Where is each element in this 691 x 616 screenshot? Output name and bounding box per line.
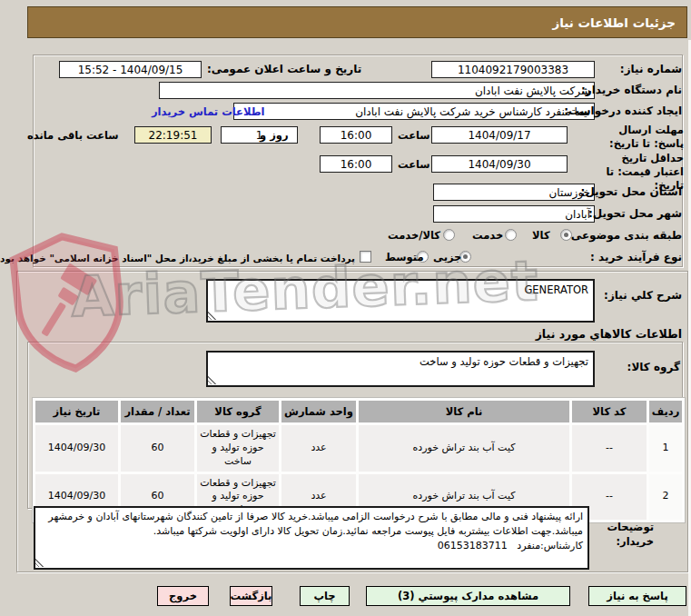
buyer-notes-textarea[interactable]: ارائه پیشنهاد فنی و مالی مطابق با شرح در… [34, 506, 589, 570]
request-creator-label: ایجاد کننده درخواست: [564, 104, 682, 117]
price-validity-date-field[interactable]: 1404/09/30 [431, 155, 568, 173]
print-button[interactable]: چاپ [300, 586, 350, 606]
delivery-province-field[interactable]: خوزستان [433, 184, 595, 201]
buyer-org-field[interactable]: شرکت پالایش نفت ابادان [159, 82, 595, 99]
treasury-checkbox[interactable] [360, 251, 371, 263]
countdown-timer-field: 22:19:51 [134, 126, 212, 144]
col-row: ردیف [649, 401, 682, 422]
cell-row: 1 [649, 425, 682, 472]
col-qty: تعداد / مقدار [121, 401, 194, 422]
goods-section-title: اطلاعات کالاهاي مورد نیاز [536, 327, 682, 341]
need-description-label: شرح کلي نیاز: [604, 289, 682, 302]
radio-goods-service[interactable] [443, 229, 455, 241]
buyer-contact-link[interactable]: اطلاعات تماس خریدار [152, 105, 264, 118]
cell-row: 2 [649, 474, 682, 521]
exit-button[interactable]: خروج [157, 586, 209, 606]
delivery-province-label: استان محل تحویل: [581, 185, 682, 198]
back-button[interactable]: بازگشت [230, 586, 272, 606]
radio-goods[interactable] [560, 229, 572, 241]
radio-service[interactable] [505, 229, 517, 241]
col-group: گروه کالا [197, 401, 279, 422]
table-row: 1 -- کیت آب بند تراش خورده عدد تجهیزات و… [35, 425, 682, 472]
price-validity-hour-label: ساعت [398, 158, 430, 171]
goods-table-header: ردیف کد کالا نام کالا واحد شمارش گروه کا… [35, 401, 682, 422]
announce-datetime-field[interactable]: 1404/09/15 - 15:52 [59, 61, 202, 78]
radio-medium-label: متوسط [385, 251, 424, 263]
need-description-textarea[interactable]: GENERATOR [206, 279, 595, 323]
radio-goods-label: کالا [532, 229, 550, 242]
col-code: کد کالا [572, 401, 647, 422]
reply-deadline-label: مهلت ارسال پاسخ: تا تاریخ: [593, 124, 684, 151]
request-creator-field[interactable]: نیما منفرد کارشناس خرید شرکت پالایش نفت … [233, 103, 595, 120]
need-number-label: شماره نیاز: [620, 63, 682, 75]
cell-need-date: 1404/09/30 [35, 425, 118, 472]
page-title: جزئیات اطلاعات نیاز [27, 6, 687, 38]
col-name: نام کالا [359, 401, 569, 422]
hours-remaining-label: ساعت باقی مانده [27, 129, 119, 142]
cell-code: -- [572, 425, 647, 472]
need-number-field[interactable]: 1104092179003383 [431, 61, 595, 78]
announce-datetime-label: تاریخ و ساعت اعلان عمومی: [207, 63, 361, 75]
purchase-process-label: نوع فرآیند خرید : [590, 251, 682, 263]
delivery-city-label: شهر محل تحویل: [588, 207, 682, 220]
reply-deadline-time-field[interactable]: 16:00 [320, 126, 392, 144]
subject-classification-label: طبقه بندی موضوعی: [567, 229, 682, 242]
cell-group: تجهیزات و قطعات حوزه تولید و ساخت [197, 425, 279, 472]
delivery-city-field[interactable]: آبادان [433, 205, 595, 223]
col-unit: واحد شمارش [281, 401, 356, 422]
need-details-page: جزئیات اطلاعات نیاز شماره نیاز: 11040921… [0, 0, 691, 616]
goods-table: ردیف کد کالا نام کالا واحد شمارش گروه کا… [32, 397, 686, 523]
buyer-org-label: نام دستگاه خریدار: [581, 84, 682, 96]
radio-partial-label: جزیی [433, 251, 461, 263]
reply-to-need-button[interactable]: پاسخ به نیاز [588, 586, 686, 606]
price-validity-time-field[interactable]: 16:00 [320, 155, 392, 173]
col-need-date: تاریخ نیاز [35, 401, 118, 422]
goods-group-textarea[interactable]: تجهیزات و قطعات حوزه تولید و ساخت [206, 351, 595, 387]
cell-unit: عدد [281, 425, 356, 472]
goods-group-label: گروه کالا: [627, 361, 680, 373]
radio-service-label: خدمت [472, 229, 503, 242]
radio-goods-service-label: کالا/خدمت [388, 229, 440, 242]
cell-qty: 60 [121, 425, 194, 472]
reply-deadline-date-field[interactable]: 1404/09/17 [431, 126, 568, 144]
treasury-note-label: پرداخت تمام یا بخشی از مبلغ خرید،از محل … [0, 253, 355, 263]
view-attached-docs-button[interactable]: مشاهده مدارک پیوستي (3) [366, 586, 570, 606]
days-and-label: روز و [260, 129, 289, 142]
buyer-notes-label: توضیحات خریدار: [594, 520, 654, 549]
cell-name: کیت آب بند تراش خورده [359, 425, 569, 472]
reply-deadline-hour-label: ساعت [398, 129, 430, 142]
